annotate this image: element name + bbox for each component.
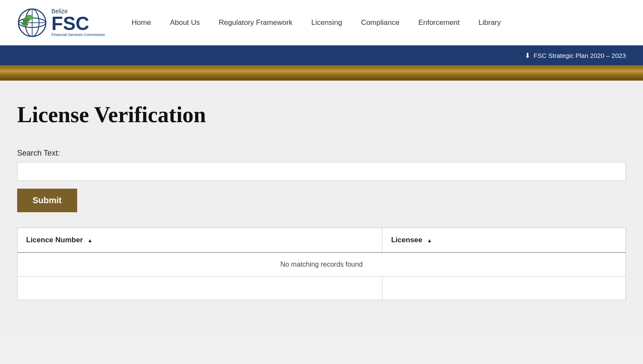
nav-library[interactable]: Library xyxy=(469,0,510,45)
nav-licensing[interactable]: Licensing xyxy=(302,0,352,45)
licence-sort-icon: ▲ xyxy=(87,238,93,244)
submit-button[interactable]: Submit xyxy=(17,189,77,212)
site-logo[interactable]: Belize FSC Financial Services Commission xyxy=(17,8,105,38)
empty-cell-1 xyxy=(18,277,382,300)
main-nav: Home About Us Regulatory Framework Licen… xyxy=(122,0,510,45)
logo-fsc-label: FSC xyxy=(51,14,105,33)
nav-home[interactable]: Home xyxy=(122,0,160,45)
no-records-row: No matching records found xyxy=(18,253,626,277)
download-icon: ⬇ xyxy=(525,51,530,60)
table-header: Licence Number ▲ Licensee ▲ xyxy=(18,228,626,253)
strategic-plan-link[interactable]: ⬇ FSC Strategic Plan 2020 – 2023 xyxy=(525,51,626,60)
logo-globe-icon xyxy=(17,8,47,38)
table-body: No matching records found xyxy=(18,253,626,300)
empty-cell-2 xyxy=(382,277,626,300)
main-content: License Verification Search Text: Submit… xyxy=(0,81,643,338)
site-header: Belize FSC Financial Services Commission… xyxy=(0,0,643,45)
search-label: Search Text: xyxy=(17,149,626,158)
logo-text-block: Belize FSC Financial Services Commission xyxy=(51,8,105,37)
nav-regulatory-framework[interactable]: Regulatory Framework xyxy=(209,0,302,45)
page-title: License Verification xyxy=(17,102,626,127)
search-input[interactable] xyxy=(17,162,626,181)
hero-decorative-bar xyxy=(0,65,643,81)
search-form: Search Text: Submit xyxy=(17,149,626,228)
col-licensee[interactable]: Licensee ▲ xyxy=(382,228,626,253)
no-records-message: No matching records found xyxy=(18,253,626,277)
nav-enforcement[interactable]: Enforcement xyxy=(409,0,469,45)
logo-sub-label: Financial Services Commission xyxy=(51,33,105,37)
col-licence-number[interactable]: Licence Number ▲ xyxy=(18,228,382,253)
nav-about-us[interactable]: About Us xyxy=(160,0,209,45)
empty-footer-row xyxy=(18,277,626,300)
nav-compliance[interactable]: Compliance xyxy=(352,0,409,45)
results-table: Licence Number ▲ Licensee ▲ No matching … xyxy=(17,228,626,300)
banner-text: FSC Strategic Plan 2020 – 2023 xyxy=(534,52,626,59)
announcement-banner: ⬇ FSC Strategic Plan 2020 – 2023 xyxy=(0,45,643,65)
licensee-sort-icon: ▲ xyxy=(427,238,432,244)
